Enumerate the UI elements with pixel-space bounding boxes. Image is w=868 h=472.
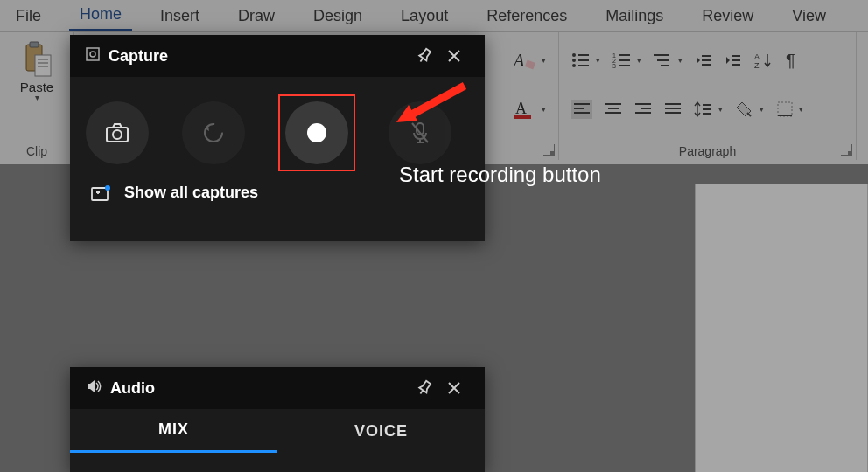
tab-view[interactable]: View [781,2,836,31]
svg-rect-45 [641,108,651,109]
svg-rect-26 [654,54,669,56]
svg-point-16 [572,59,576,62]
svg-rect-39 [574,108,584,109]
svg-rect-1 [30,42,38,47]
svg-rect-29 [702,55,710,57]
pin-button[interactable] [410,373,439,403]
svg-rect-3 [38,59,48,60]
svg-rect-47 [665,103,681,105]
mic-toggle-button[interactable] [388,101,452,164]
numbering-button[interactable]: 123 [612,52,632,69]
align-center-button[interactable] [605,101,622,117]
clear-formatting-button[interactable]: A [512,49,536,72]
audio-tab-voice[interactable]: VOICE [277,409,485,453]
align-left-button[interactable] [571,100,592,119]
chevron-down-icon[interactable]: ▾ [542,56,546,65]
close-button[interactable] [439,373,469,403]
line-spacing-button[interactable] [694,101,713,118]
svg-text:3: 3 [612,63,616,69]
svg-rect-44 [635,103,651,105]
svg-rect-30 [702,59,710,61]
font-color-button[interactable]: A [512,98,536,121]
svg-point-18 [572,64,576,67]
svg-text:¶: ¶ [786,51,795,70]
chevron-down-icon[interactable]: ▾ [542,105,546,114]
paste-button[interactable]: Paste ▾ [7,41,66,102]
svg-rect-28 [661,65,669,66]
record-last-button[interactable] [182,101,245,164]
svg-rect-51 [703,108,711,110]
svg-point-14 [572,53,576,57]
svg-rect-27 [657,59,669,61]
svg-rect-61 [92,188,108,200]
dialog-launcher-font[interactable] [543,144,555,156]
gallery-icon [91,184,112,202]
decrease-indent-button[interactable] [695,52,712,69]
chevron-down-icon[interactable]: ▾ [799,105,803,114]
tab-insert[interactable]: Insert [150,2,210,31]
speaker-icon [86,379,102,398]
svg-rect-17 [578,59,589,61]
svg-text:A: A [754,52,760,61]
tab-references[interactable]: References [476,2,578,31]
borders-button[interactable] [776,101,794,118]
svg-rect-33 [732,59,740,61]
svg-rect-34 [732,64,740,66]
show-all-captures-link[interactable]: Show all captures [70,171,485,202]
chevron-down-icon[interactable]: ▾ [596,56,600,65]
capture-widget: Capture Show all captures [70,35,485,241]
svg-rect-19 [578,65,589,66]
chevron-down-icon[interactable]: ▾ [718,105,723,114]
paste-dropdown[interactable]: ▾ [35,93,39,102]
group-label-paragraph: Paragraph [559,144,856,158]
svg-rect-23 [620,59,630,61]
svg-rect-43 [606,112,621,114]
close-button[interactable] [439,41,469,71]
record-button-highlight [278,94,355,171]
audio-tabs: MIX VOICE [70,409,485,453]
shading-button[interactable] [735,101,754,118]
svg-text:A: A [515,100,527,117]
replay-icon [201,121,226,145]
svg-rect-38 [574,103,590,105]
tab-mailings[interactable]: Mailings [595,2,674,31]
camera-icon [105,122,130,143]
show-hide-button[interactable]: ¶ [786,51,802,70]
tab-layout[interactable]: Layout [390,2,458,31]
tab-file[interactable]: File [5,2,52,31]
multilevel-list-button[interactable] [654,52,673,69]
dialog-launcher-paragraph[interactable] [841,144,852,156]
chevron-down-icon[interactable]: ▾ [678,56,682,65]
svg-point-56 [90,52,95,57]
record-icon [307,123,326,142]
tab-design[interactable]: Design [303,2,373,31]
group-label-clipboard: Clip [0,144,74,158]
document-page[interactable] [695,184,868,472]
start-recording-button[interactable] [285,101,348,164]
chevron-down-icon[interactable]: ▾ [637,56,641,65]
svg-rect-4 [38,62,48,64]
svg-rect-53 [778,102,792,116]
screenshot-button[interactable] [86,101,149,164]
svg-rect-15 [578,54,589,56]
svg-text:Z: Z [754,61,760,69]
align-right-button[interactable] [634,101,652,117]
tab-review[interactable]: Review [691,2,764,31]
svg-rect-46 [635,112,651,114]
increase-indent-button[interactable] [724,52,742,69]
svg-rect-54 [778,115,792,116]
capture-buttons-row [70,77,485,171]
svg-rect-40 [574,112,590,114]
clipboard-icon [21,41,52,78]
svg-rect-48 [665,108,681,109]
chevron-down-icon[interactable]: ▾ [760,105,764,114]
sort-button[interactable]: AZ [754,52,774,69]
audio-tab-mix[interactable]: MIX [70,409,277,453]
tab-home[interactable]: Home [69,0,132,31]
pin-button[interactable] [410,41,439,71]
audio-header: Audio [70,367,485,409]
tab-draw[interactable]: Draw [228,2,285,31]
svg-rect-49 [665,112,681,114]
justify-button[interactable] [664,101,682,117]
bullets-button[interactable] [571,52,591,69]
